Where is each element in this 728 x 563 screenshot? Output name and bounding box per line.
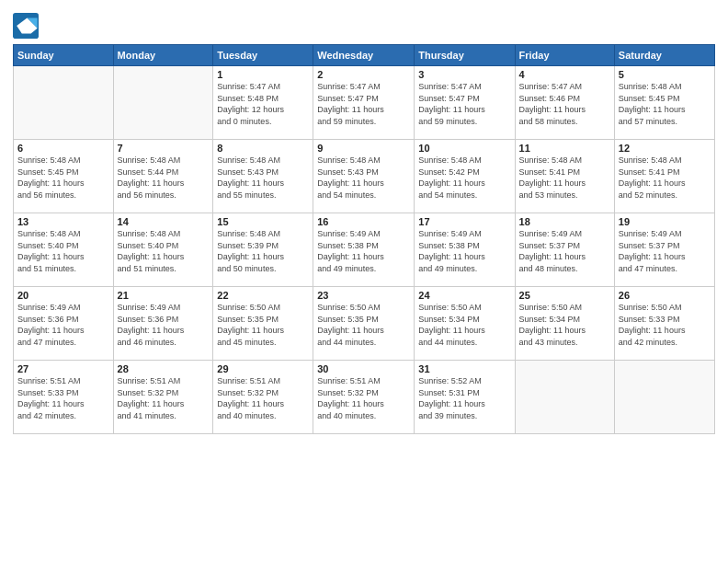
- week-row-5: 27Sunrise: 5:51 AM Sunset: 5:33 PM Dayli…: [14, 361, 715, 434]
- day-number: 4: [519, 69, 610, 80]
- day-info: Sunrise: 5:48 AM Sunset: 5:44 PM Dayligh…: [118, 155, 210, 201]
- day-info: Sunrise: 5:49 AM Sunset: 5:37 PM Dayligh…: [619, 228, 711, 274]
- table-row: 11Sunrise: 5:48 AM Sunset: 5:41 PM Dayli…: [515, 140, 614, 213]
- table-row: 10Sunrise: 5:48 AM Sunset: 5:42 PM Dayli…: [415, 140, 515, 213]
- day-number: 13: [17, 216, 109, 227]
- day-info: Sunrise: 5:48 AM Sunset: 5:45 PM Dayligh…: [619, 81, 711, 127]
- day-number: 23: [317, 290, 410, 301]
- col-header-sunday: Sunday: [14, 45, 114, 66]
- day-number: 28: [118, 363, 210, 374]
- day-number: 18: [519, 216, 610, 227]
- table-row: 15Sunrise: 5:48 AM Sunset: 5:39 PM Dayli…: [213, 213, 313, 287]
- day-info: Sunrise: 5:48 AM Sunset: 5:45 PM Dayligh…: [17, 155, 109, 201]
- calendar-table: SundayMondayTuesdayWednesdayThursdayFrid…: [13, 44, 715, 434]
- col-header-wednesday: Wednesday: [313, 45, 415, 66]
- col-header-thursday: Thursday: [415, 45, 515, 66]
- table-row: [14, 66, 114, 140]
- day-info: Sunrise: 5:51 AM Sunset: 5:32 PM Dayligh…: [317, 375, 410, 421]
- day-number: 1: [217, 69, 309, 80]
- day-number: 21: [118, 290, 210, 301]
- day-number: 26: [619, 290, 711, 301]
- day-number: 14: [118, 216, 210, 227]
- day-info: Sunrise: 5:51 AM Sunset: 5:33 PM Dayligh…: [17, 375, 109, 421]
- table-row: [113, 66, 213, 140]
- calendar-header-row: SundayMondayTuesdayWednesdayThursdayFrid…: [14, 45, 715, 66]
- week-row-3: 13Sunrise: 5:48 AM Sunset: 5:40 PM Dayli…: [14, 213, 715, 287]
- table-row: 19Sunrise: 5:49 AM Sunset: 5:37 PM Dayli…: [614, 213, 714, 287]
- col-header-friday: Friday: [515, 45, 614, 66]
- col-header-saturday: Saturday: [614, 45, 714, 66]
- day-number: 20: [17, 290, 109, 301]
- day-info: Sunrise: 5:50 AM Sunset: 5:34 PM Dayligh…: [519, 302, 610, 348]
- week-row-4: 20Sunrise: 5:49 AM Sunset: 5:36 PM Dayli…: [14, 287, 715, 361]
- header: [13, 9, 715, 39]
- day-info: Sunrise: 5:48 AM Sunset: 5:43 PM Dayligh…: [217, 155, 309, 201]
- day-info: Sunrise: 5:47 AM Sunset: 5:47 PM Dayligh…: [317, 81, 410, 127]
- logo: [13, 13, 42, 39]
- table-row: [515, 361, 614, 434]
- table-row: 9Sunrise: 5:48 AM Sunset: 5:43 PM Daylig…: [313, 140, 415, 213]
- table-row: 3Sunrise: 5:47 AM Sunset: 5:47 PM Daylig…: [415, 66, 515, 140]
- table-row: 23Sunrise: 5:50 AM Sunset: 5:35 PM Dayli…: [313, 287, 415, 361]
- table-row: 5Sunrise: 5:48 AM Sunset: 5:45 PM Daylig…: [614, 66, 714, 140]
- day-number: 27: [17, 363, 109, 374]
- day-number: 24: [418, 290, 510, 301]
- table-row: 24Sunrise: 5:50 AM Sunset: 5:34 PM Dayli…: [415, 287, 515, 361]
- day-info: Sunrise: 5:50 AM Sunset: 5:34 PM Dayligh…: [418, 302, 510, 348]
- week-row-1: 1Sunrise: 5:47 AM Sunset: 5:48 PM Daylig…: [14, 66, 715, 140]
- table-row: 30Sunrise: 5:51 AM Sunset: 5:32 PM Dayli…: [313, 361, 415, 434]
- table-row: 31Sunrise: 5:52 AM Sunset: 5:31 PM Dayli…: [415, 361, 515, 434]
- day-number: 11: [519, 143, 610, 154]
- day-number: 19: [619, 216, 711, 227]
- day-number: 16: [317, 216, 410, 227]
- day-number: 3: [418, 69, 510, 80]
- day-info: Sunrise: 5:47 AM Sunset: 5:48 PM Dayligh…: [217, 81, 309, 127]
- table-row: 20Sunrise: 5:49 AM Sunset: 5:36 PM Dayli…: [14, 287, 114, 361]
- day-info: Sunrise: 5:48 AM Sunset: 5:40 PM Dayligh…: [17, 228, 109, 274]
- day-info: Sunrise: 5:49 AM Sunset: 5:37 PM Dayligh…: [519, 228, 610, 274]
- day-info: Sunrise: 5:48 AM Sunset: 5:42 PM Dayligh…: [418, 155, 510, 201]
- table-row: 18Sunrise: 5:49 AM Sunset: 5:37 PM Dayli…: [515, 213, 614, 287]
- day-info: Sunrise: 5:49 AM Sunset: 5:38 PM Dayligh…: [418, 228, 510, 274]
- table-row: 28Sunrise: 5:51 AM Sunset: 5:32 PM Dayli…: [113, 361, 213, 434]
- day-number: 10: [418, 143, 510, 154]
- day-number: 9: [317, 143, 410, 154]
- page: SundayMondayTuesdayWednesdayThursdayFrid…: [0, 0, 728, 563]
- table-row: 4Sunrise: 5:47 AM Sunset: 5:46 PM Daylig…: [515, 66, 614, 140]
- table-row: 13Sunrise: 5:48 AM Sunset: 5:40 PM Dayli…: [14, 213, 114, 287]
- table-row: 22Sunrise: 5:50 AM Sunset: 5:35 PM Dayli…: [213, 287, 313, 361]
- day-info: Sunrise: 5:48 AM Sunset: 5:41 PM Dayligh…: [519, 155, 610, 201]
- col-header-monday: Monday: [113, 45, 213, 66]
- day-info: Sunrise: 5:51 AM Sunset: 5:32 PM Dayligh…: [217, 375, 309, 421]
- day-number: 6: [17, 143, 109, 154]
- day-info: Sunrise: 5:47 AM Sunset: 5:46 PM Dayligh…: [519, 81, 610, 127]
- day-info: Sunrise: 5:49 AM Sunset: 5:36 PM Dayligh…: [17, 302, 109, 348]
- table-row: 12Sunrise: 5:48 AM Sunset: 5:41 PM Dayli…: [614, 140, 714, 213]
- day-number: 5: [619, 69, 711, 80]
- day-number: 8: [217, 143, 309, 154]
- day-info: Sunrise: 5:51 AM Sunset: 5:32 PM Dayligh…: [118, 375, 210, 421]
- day-info: Sunrise: 5:48 AM Sunset: 5:43 PM Dayligh…: [317, 155, 410, 201]
- table-row: 29Sunrise: 5:51 AM Sunset: 5:32 PM Dayli…: [213, 361, 313, 434]
- table-row: 2Sunrise: 5:47 AM Sunset: 5:47 PM Daylig…: [313, 66, 415, 140]
- table-row: 1Sunrise: 5:47 AM Sunset: 5:48 PM Daylig…: [213, 66, 313, 140]
- day-number: 25: [519, 290, 610, 301]
- day-number: 7: [118, 143, 210, 154]
- day-number: 29: [217, 363, 309, 374]
- day-info: Sunrise: 5:48 AM Sunset: 5:41 PM Dayligh…: [619, 155, 711, 201]
- day-number: 12: [619, 143, 711, 154]
- day-number: 31: [418, 363, 510, 374]
- day-info: Sunrise: 5:48 AM Sunset: 5:39 PM Dayligh…: [217, 228, 309, 274]
- day-number: 2: [317, 69, 410, 80]
- day-info: Sunrise: 5:50 AM Sunset: 5:35 PM Dayligh…: [317, 302, 410, 348]
- table-row: 21Sunrise: 5:49 AM Sunset: 5:36 PM Dayli…: [113, 287, 213, 361]
- table-row: 8Sunrise: 5:48 AM Sunset: 5:43 PM Daylig…: [213, 140, 313, 213]
- table-row: 6Sunrise: 5:48 AM Sunset: 5:45 PM Daylig…: [14, 140, 114, 213]
- logo-icon: [13, 13, 39, 39]
- table-row: 27Sunrise: 5:51 AM Sunset: 5:33 PM Dayli…: [14, 361, 114, 434]
- table-row: 26Sunrise: 5:50 AM Sunset: 5:33 PM Dayli…: [614, 287, 714, 361]
- day-info: Sunrise: 5:50 AM Sunset: 5:35 PM Dayligh…: [217, 302, 309, 348]
- day-info: Sunrise: 5:47 AM Sunset: 5:47 PM Dayligh…: [418, 81, 510, 127]
- day-info: Sunrise: 5:50 AM Sunset: 5:33 PM Dayligh…: [619, 302, 711, 348]
- table-row: 14Sunrise: 5:48 AM Sunset: 5:40 PM Dayli…: [113, 213, 213, 287]
